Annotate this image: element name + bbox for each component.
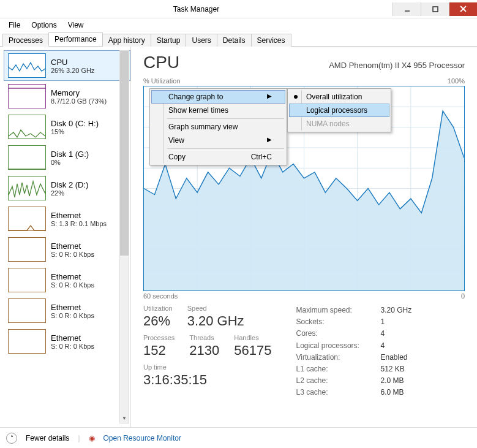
ctx-kernel-times[interactable]: Show kernel times [151, 104, 285, 117]
radio-selected-icon [294, 95, 298, 99]
sidebar-scrollbar[interactable]: ▲ ▼ [119, 50, 129, 423]
sockets-value: 1 [381, 316, 385, 328]
sidebar-item-label: CPU [51, 58, 95, 67]
sidebar-item-disk-0-c-h-[interactable]: Disk 0 (C: H:) 15% [4, 112, 130, 142]
page-title: CPU [143, 53, 179, 72]
sub-numa-nodes[interactable]: NUMA nodes [289, 117, 389, 131]
sidebar-item-sub: S: 0 R: 0 Kbps [51, 343, 94, 350]
scrollbar-thumb[interactable] [120, 51, 129, 256]
sidebar-item-sub: S: 0 R: 0 Kbps [51, 251, 94, 258]
sidebar-item-sub: 22% [51, 189, 88, 197]
cpu-model-name: AMD Phenom(tm) II X4 955 Processor [329, 61, 465, 70]
threads-value: 2130 [189, 343, 219, 359]
tab-app-history[interactable]: App history [102, 34, 151, 47]
speed-label: Speed [187, 305, 244, 312]
sidebar-item-ethernet[interactable]: Ethernet S: 0 R: 0 Kbps [4, 326, 130, 357]
context-submenu[interactable]: Overall utilization Logical processors N… [287, 88, 391, 132]
utilization-label: Utilization [143, 305, 173, 312]
open-resource-monitor-link[interactable]: Open Resource Monitor [103, 434, 181, 442]
submenu-arrow-icon: ▶ [267, 93, 272, 101]
footer: ˄ Fewer details | ◉ Open Resource Monito… [0, 427, 477, 448]
tab-users[interactable]: Users [186, 34, 217, 47]
menubar: File Options View [0, 18, 477, 32]
sidebar-item-disk-1-g-[interactable]: Disk 1 (G:) 0% [4, 142, 130, 173]
fewer-details-link[interactable]: Fewer details [26, 434, 69, 442]
processes-value: 152 [143, 343, 175, 359]
context-menu[interactable]: Change graph to▶ Show kernel times Graph… [149, 88, 287, 165]
virt-value: Enabled [381, 352, 408, 363]
sub-logical-processors[interactable]: Logical processors [289, 104, 389, 117]
sidebar-item-memory[interactable]: Memory 8.7/12.0 GB (73%) [4, 81, 130, 112]
x-axis-right: 0 [461, 292, 465, 300]
sockets-label: Sockets: [296, 316, 376, 328]
sidebar-item-label: Disk 2 (D:) [51, 180, 88, 189]
sidebar-item-ethernet[interactable]: Ethernet S: 0 R: 0 Kbps [4, 234, 130, 265]
sub-overall-utilization[interactable]: Overall utilization [289, 90, 389, 104]
sidebar-item-label: Memory [51, 88, 107, 97]
logical-value: 4 [381, 340, 385, 352]
window-title: Task Manager [0, 5, 392, 13]
tab-processes[interactable]: Processes [2, 34, 49, 47]
menu-file[interactable]: File [4, 20, 25, 31]
sidebar-item-ethernet[interactable]: Ethernet S: 1.3 R: 0.1 Mbps [4, 203, 130, 234]
sidebar-item-label: Ethernet [51, 303, 94, 312]
tab-performance[interactable]: Performance [48, 32, 103, 46]
sidebar-item-label: Disk 0 (C: H:) [51, 119, 99, 128]
ctx-copy[interactable]: CopyCtrl+C [151, 150, 285, 164]
titlebar: Task Manager [0, 0, 477, 18]
minimize-button[interactable] [392, 2, 421, 16]
sidebar-item-sub: 8.7/12.0 GB (73%) [51, 97, 107, 105]
l1-value: 512 KB [381, 363, 405, 375]
menu-view[interactable]: View [63, 20, 89, 31]
close-button[interactable] [449, 2, 477, 16]
y-axis-max: 100% [448, 77, 465, 85]
cores-label: Cores: [296, 328, 376, 340]
handles-label: Handles [234, 334, 271, 341]
ctx-view[interactable]: View▶ [151, 134, 285, 147]
menu-options[interactable]: Options [26, 20, 61, 31]
sparkline-thumb [8, 207, 46, 231]
l3-label: L3 cache: [296, 387, 376, 398]
sidebar-item-disk-2-d-[interactable]: Disk 2 (D:) 22% [4, 173, 130, 203]
tab-startup[interactable]: Startup [151, 34, 187, 47]
maximize-button[interactable] [421, 2, 449, 16]
tab-services[interactable]: Services [251, 34, 291, 47]
sidebar-item-label: Disk 1 (G:) [51, 150, 89, 159]
sparkline-thumb [8, 145, 46, 170]
submenu-arrow-icon: ▶ [267, 136, 272, 145]
sidebar-item-label: Ethernet [51, 333, 94, 343]
svg-line-2 [460, 6, 466, 12]
x-axis-left: 60 seconds [143, 292, 178, 300]
sparkline-thumb [8, 268, 46, 292]
uptime-label: Up time [143, 363, 272, 371]
l1-label: L1 cache: [296, 363, 376, 375]
scroll-down-icon[interactable]: ▼ [120, 413, 129, 423]
sidebar-item-sub: 0% [51, 159, 89, 166]
sidebar-item-label: Ethernet [51, 241, 94, 251]
processes-label: Processes [143, 334, 175, 341]
y-axis-label: % Utilization [143, 77, 181, 85]
sidebar-item-ethernet[interactable]: Ethernet S: 0 R: 0 Kbps [4, 265, 130, 295]
sidebar-item-cpu[interactable]: CPU 26% 3.20 GHz [4, 50, 130, 81]
svg-line-3 [460, 6, 466, 12]
tab-strip: Processes Performance App history Startu… [0, 32, 477, 47]
sidebar-item-ethernet[interactable]: Ethernet S: 0 R: 0 Kbps [4, 295, 130, 326]
sparkline-thumb [8, 237, 46, 262]
max-speed-label: Maximum speed: [296, 305, 376, 316]
ctx-change-graph[interactable]: Change graph to▶ [151, 90, 285, 104]
ctx-summary-view[interactable]: Graph summary view [151, 120, 285, 134]
l3-value: 6.0 MB [381, 387, 404, 398]
shortcut-label: Ctrl+C [251, 153, 272, 161]
svg-rect-1 [433, 7, 438, 12]
sparkline-thumb [8, 298, 46, 323]
cores-value: 4 [381, 328, 385, 340]
uptime-value: 3:16:35:15 [143, 372, 272, 388]
l2-value: 2.0 MB [381, 375, 404, 387]
handles-value: 56175 [234, 343, 271, 359]
logical-label: Logical processors: [296, 340, 376, 352]
max-speed-value: 3.20 GHz [381, 305, 412, 316]
threads-label: Threads [189, 334, 219, 341]
chevron-up-icon[interactable]: ˄ [6, 433, 17, 444]
sidebar-item-sub: 26% 3.20 GHz [51, 67, 95, 74]
tab-details[interactable]: Details [217, 34, 252, 47]
